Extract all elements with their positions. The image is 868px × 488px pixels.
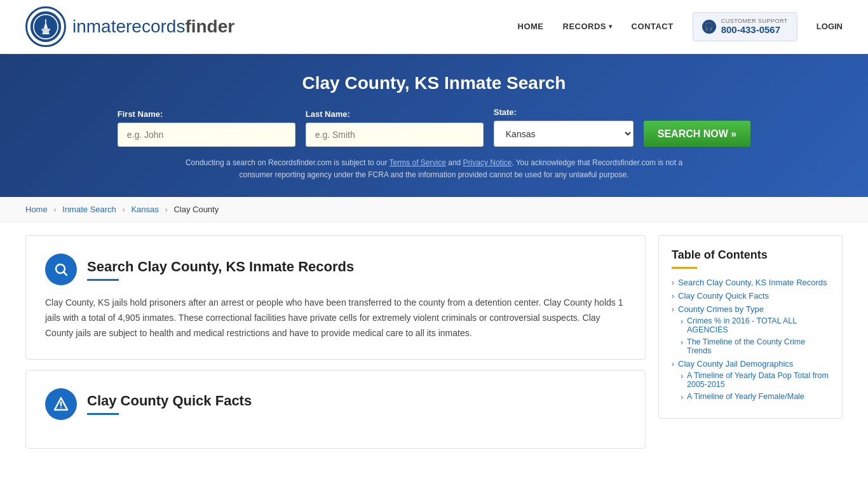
toc-item-2: › Clay County Quick Facts bbox=[672, 291, 829, 301]
svg-line-13 bbox=[64, 273, 67, 276]
breadcrumb-sep-3: › bbox=[165, 205, 167, 214]
toc-arrow-icon: › bbox=[672, 278, 674, 287]
section-header: Search Clay County, KS Inmate Records bbox=[45, 254, 626, 285]
toc-link-3[interactable]: › County Crimes by Type bbox=[672, 304, 829, 314]
logo-area: inmaterecordsfinder bbox=[25, 6, 234, 47]
breadcrumb-sep-2: › bbox=[122, 205, 125, 214]
toc-sublink-3-1[interactable]: › Crimes % in 2016 - TOTAL ALL AGENCIES bbox=[681, 316, 829, 334]
toc-link-4[interactable]: › Clay County Jail Demographics bbox=[672, 359, 829, 369]
logo-icon bbox=[25, 6, 66, 47]
toc-link-2[interactable]: › Clay County Quick Facts bbox=[672, 291, 829, 301]
search-button[interactable]: SEARCH NOW » bbox=[644, 121, 750, 147]
logo-text: inmaterecordsfinder bbox=[72, 17, 234, 37]
breadcrumb-home[interactable]: Home bbox=[25, 205, 48, 214]
section-body-text: Clay County, KS jails hold prisoners aft… bbox=[45, 295, 626, 341]
main-nav: HOME RECORDS ▾ CONTACT 🎧 CUSTOMER SUPPOR… bbox=[518, 12, 843, 42]
toc-arrow-icon: › bbox=[672, 305, 674, 314]
toc-item-3: › County Crimes by Type › Crimes % in 20… bbox=[672, 304, 829, 355]
privacy-link[interactable]: Privacy Notice bbox=[463, 158, 512, 167]
chevron-down-icon: ▾ bbox=[609, 23, 613, 30]
toc-item-1: › Search Clay County, KS Inmate Records bbox=[672, 278, 829, 287]
search-banner: Clay County, KS Inmate Search First Name… bbox=[0, 54, 868, 197]
toc-sublink-4-2[interactable]: › A Timeline of Yearly Female/Male bbox=[681, 392, 829, 402]
quick-facts-divider bbox=[87, 413, 119, 415]
toc-link-1[interactable]: › Search Clay County, KS Inmate Records bbox=[672, 278, 829, 287]
toc-sublist-3: › Crimes % in 2016 - TOTAL ALL AGENCIES … bbox=[672, 316, 829, 355]
nav-records[interactable]: RECORDS ▾ bbox=[563, 22, 613, 31]
customer-support-box: 🎧 CUSTOMER SUPPORT 800-433-0567 bbox=[693, 12, 797, 42]
state-select[interactable]: Kansas Alabama Alaska Arizona Arkansas C… bbox=[494, 121, 634, 147]
breadcrumb-inmate-search[interactable]: Inmate Search bbox=[62, 205, 116, 214]
support-label: CUSTOMER SUPPORT bbox=[721, 18, 788, 25]
toc-title: Table of Contents bbox=[672, 248, 829, 262]
toc-sublist-4: › A Timeline of Yearly Data Pop Total fr… bbox=[672, 371, 829, 402]
section-title: Search Clay County, KS Inmate Records bbox=[87, 259, 354, 275]
toc-subitem-4-2: › A Timeline of Yearly Female/Male bbox=[681, 392, 829, 402]
search-form: First Name: Last Name: State: Kansas Ala… bbox=[25, 107, 843, 147]
quick-facts-title: Clay County Quick Facts bbox=[87, 393, 252, 409]
last-name-group: Last Name: bbox=[306, 109, 484, 147]
quick-facts-header: Clay County Quick Facts bbox=[45, 388, 626, 420]
disclaimer-text: Conducting a search on Recordsfinder.com… bbox=[180, 157, 688, 181]
support-phone[interactable]: 800-433-0567 bbox=[721, 24, 788, 36]
svg-point-15 bbox=[60, 407, 62, 408]
first-name-label: First Name: bbox=[118, 109, 163, 119]
search-title: Clay County, KS Inmate Search bbox=[25, 73, 843, 93]
nav-contact[interactable]: CONTACT bbox=[632, 22, 674, 31]
toc-divider bbox=[672, 267, 697, 269]
svg-rect-8 bbox=[44, 29, 44, 33]
breadcrumb-kansas[interactable]: Kansas bbox=[131, 205, 158, 214]
search-records-section: Search Clay County, KS Inmate Records Cl… bbox=[25, 235, 646, 359]
sidebar: Table of Contents › Search Clay County, … bbox=[658, 235, 843, 458]
state-label: State: bbox=[494, 107, 517, 117]
svg-rect-10 bbox=[48, 29, 48, 33]
breadcrumb-sep-1: › bbox=[53, 205, 56, 214]
toc-subarrow-icon: › bbox=[681, 393, 683, 402]
headset-icon: 🎧 bbox=[702, 20, 716, 34]
breadcrumb-current: Clay County bbox=[173, 205, 219, 214]
quick-facts-section: Clay County Quick Facts bbox=[25, 370, 646, 449]
svg-rect-11 bbox=[41, 34, 50, 34]
toc-list: › Search Clay County, KS Inmate Records … bbox=[672, 278, 829, 402]
search-icon bbox=[45, 254, 77, 285]
content-area: Search Clay County, KS Inmate Records Cl… bbox=[25, 235, 658, 458]
login-button[interactable]: LOGIN bbox=[817, 22, 843, 31]
toc-subitem-4-1: › A Timeline of Yearly Data Pop Total fr… bbox=[681, 371, 829, 389]
toc-subarrow-icon: › bbox=[681, 317, 683, 326]
site-header: inmaterecordsfinder HOME RECORDS ▾ CONTA… bbox=[0, 0, 868, 54]
nav-home[interactable]: HOME bbox=[518, 22, 544, 31]
section-divider bbox=[87, 279, 119, 281]
svg-rect-9 bbox=[46, 29, 46, 33]
toc-box: Table of Contents › Search Clay County, … bbox=[658, 235, 843, 419]
first-name-group: First Name: bbox=[118, 109, 295, 147]
first-name-input[interactable] bbox=[118, 123, 295, 147]
terms-link[interactable]: Terms of Service bbox=[390, 158, 446, 167]
toc-sublink-3-2[interactable]: › The Timeline of the County Crime Trend… bbox=[681, 337, 829, 355]
breadcrumb: Home › Inmate Search › Kansas › Clay Cou… bbox=[0, 197, 868, 222]
last-name-label: Last Name: bbox=[306, 109, 350, 119]
state-group: State: Kansas Alabama Alaska Arizona Ark… bbox=[494, 107, 634, 147]
main-content: Search Clay County, KS Inmate Records Cl… bbox=[0, 222, 868, 471]
toc-arrow-icon: › bbox=[672, 360, 674, 369]
toc-subarrow-icon: › bbox=[681, 338, 683, 347]
alert-icon bbox=[45, 388, 77, 420]
svg-rect-6 bbox=[45, 19, 46, 22]
toc-subarrow-icon: › bbox=[681, 372, 683, 381]
toc-sublink-4-1[interactable]: › A Timeline of Yearly Data Pop Total fr… bbox=[681, 371, 829, 389]
toc-arrow-icon: › bbox=[672, 292, 674, 301]
last-name-input[interactable] bbox=[306, 123, 484, 147]
svg-rect-7 bbox=[42, 29, 43, 33]
toc-subitem-3-2: › The Timeline of the County Crime Trend… bbox=[681, 337, 829, 355]
toc-subitem-3-1: › Crimes % in 2016 - TOTAL ALL AGENCIES bbox=[681, 316, 829, 334]
toc-item-4: › Clay County Jail Demographics › A Time… bbox=[672, 359, 829, 402]
